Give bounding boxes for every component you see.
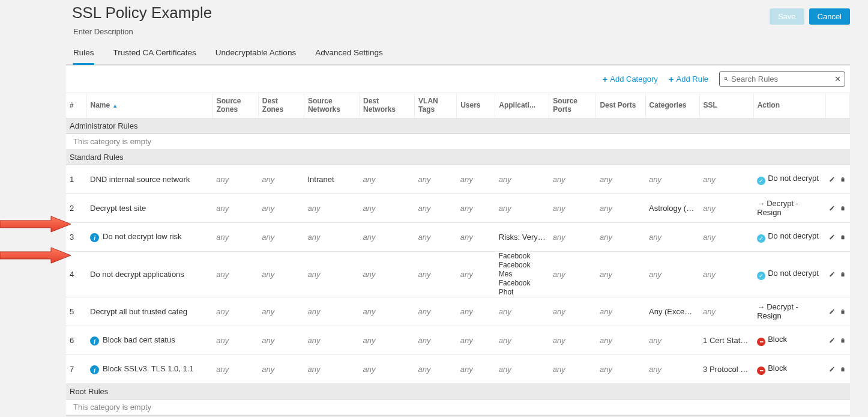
dest-nets-cell: any — [360, 355, 415, 383]
vlan-cell: any — [415, 222, 457, 251]
src-nets-cell: any — [304, 297, 359, 326]
col-name[interactable]: Name▲ — [86, 93, 212, 118]
tab-advanced-settings[interactable]: Advanced Settings — [315, 48, 383, 64]
delete-icon[interactable] — [840, 365, 846, 374]
add-category-label: Add Category — [610, 75, 658, 84]
col-users[interactable]: Users — [457, 93, 495, 118]
delete-icon[interactable] — [840, 270, 846, 279]
table-row[interactable]: 4Do not decrypt applicationsanyanyanyany… — [66, 251, 850, 297]
apps-cell: any — [495, 355, 549, 383]
rule-name: DND internal source network — [90, 175, 190, 184]
vlan-cell: any — [415, 355, 457, 383]
plus-icon: + — [602, 74, 607, 84]
vlan-cell: any — [415, 297, 457, 326]
src-ports-cell: any — [549, 222, 596, 251]
row-num: 5 — [66, 297, 86, 326]
table-row[interactable]: 3iDo not decrypt low riskanyanyanyanyany… — [66, 222, 850, 251]
section-header: Standard Rules — [66, 149, 850, 165]
src-ports-cell: any — [549, 193, 596, 222]
col-action[interactable]: Action — [753, 93, 825, 118]
row-num: 7 — [66, 355, 86, 383]
action-cell: →Decrypt - Resign — [753, 297, 825, 326]
action-cell: ✓Do not decrypt — [753, 165, 825, 193]
dest-ports-cell: any — [596, 193, 645, 222]
add-rule-button[interactable]: + Add Rule — [669, 74, 708, 84]
table-row[interactable]: 5Decrypt all but trusted categanyanyanya… — [66, 297, 850, 326]
col-src-nets[interactable]: Source Networks — [304, 93, 359, 118]
edit-icon[interactable] — [829, 307, 835, 316]
src-zones-cell: any — [212, 222, 258, 251]
col-categories[interactable]: Categories — [645, 93, 699, 118]
src-nets-cell: any — [304, 355, 359, 383]
src-nets-cell: any — [304, 251, 359, 297]
ssl-cell: any — [699, 251, 753, 297]
edit-icon[interactable] — [829, 365, 835, 374]
src-nets-cell: any — [304, 222, 359, 251]
users-cell: any — [457, 165, 495, 193]
table-row[interactable]: 6iBlock bad cert statusanyanyanyanyanyan… — [66, 326, 850, 355]
categories-cell: any — [645, 355, 699, 383]
col-src-zones[interactable]: Source Zones — [212, 93, 258, 118]
src-zones-cell: any — [212, 251, 258, 297]
block-icon: ━ — [757, 367, 765, 375]
table-row[interactable]: 1DND internal source networkanyanyIntran… — [66, 165, 850, 193]
tab-rules[interactable]: Rules — [73, 48, 94, 65]
src-ports-cell: any — [549, 165, 596, 193]
categories-cell: any — [645, 222, 699, 251]
col-ssl[interactable]: SSL — [699, 93, 753, 118]
src-zones-cell: any — [212, 355, 258, 383]
tab-undecryptable-actions[interactable]: Undecryptable Actions — [215, 48, 296, 64]
col-dest-ports[interactable]: Dest Ports — [596, 93, 645, 118]
apps-cell: any — [495, 297, 549, 326]
resign-arrow-icon: → — [757, 199, 765, 208]
col-vlan[interactable]: VLAN Tags — [415, 93, 457, 118]
save-button[interactable]: Save — [770, 8, 804, 25]
ssl-cell: any — [699, 297, 753, 326]
col-dest-zones[interactable]: Dest Zones — [258, 93, 304, 118]
table-row[interactable]: 7iBlock SSLv3. TLS 1.0, 1.1anyanyanyanya… — [66, 355, 850, 383]
users-cell: any — [457, 222, 495, 251]
check-icon: ✓ — [757, 234, 765, 243]
cancel-button[interactable]: Cancel — [809, 8, 850, 25]
tab-trusted-ca-certificates[interactable]: Trusted CA Certificates — [113, 48, 196, 64]
edit-icon[interactable] — [829, 175, 835, 184]
add-rule-label: Add Rule — [677, 75, 708, 84]
rules-table: # Name▲ Source Zones Dest Zones Source N… — [66, 93, 850, 415]
block-icon: ━ — [757, 338, 765, 346]
page-title: SSL Policy Example — [72, 4, 212, 22]
delete-icon[interactable] — [840, 336, 846, 345]
clear-search-icon[interactable]: ✕ — [834, 75, 841, 84]
action-cell: ━Block — [753, 355, 825, 383]
src-zones-cell: any — [212, 297, 258, 326]
add-category-button[interactable]: + Add Category — [602, 74, 657, 84]
description-field[interactable]: Enter Description — [72, 22, 212, 38]
rule-name: Decrypt test site — [90, 204, 146, 213]
delete-icon[interactable] — [840, 204, 846, 213]
dest-ports-cell: any — [596, 297, 645, 326]
search-input-wrapper[interactable]: ✕ — [719, 72, 845, 87]
svg-marker-0 — [0, 216, 71, 232]
edit-icon[interactable] — [829, 270, 835, 279]
edit-icon[interactable] — [829, 204, 835, 213]
col-dest-nets[interactable]: Dest Networks — [360, 93, 415, 118]
delete-icon[interactable] — [840, 175, 846, 184]
col-num[interactable]: # — [66, 93, 86, 118]
edit-icon[interactable] — [829, 336, 835, 345]
delete-icon[interactable] — [840, 233, 846, 242]
callout-arrow-1 — [0, 214, 72, 234]
categories-cell: any — [645, 251, 699, 297]
ssl-cell: any — [699, 222, 753, 251]
info-icon: i — [90, 365, 99, 374]
delete-icon[interactable] — [840, 307, 846, 316]
users-cell: any — [457, 297, 495, 326]
dest-zones-cell: any — [258, 251, 304, 297]
col-apps[interactable]: Applicati... — [495, 93, 549, 118]
section-header: Administrator Rules — [66, 118, 850, 133]
edit-icon[interactable] — [829, 233, 835, 242]
col-src-ports[interactable]: Source Ports — [549, 93, 596, 118]
apps-cell: any — [495, 193, 549, 222]
apps-cell: FacebookFacebook MesFacebook Phot — [495, 251, 549, 297]
table-row[interactable]: 2Decrypt test siteanyanyanyanyanyanyanya… — [66, 193, 850, 222]
search-input[interactable] — [729, 75, 834, 84]
ssl-cell: 1 Cert Status se — [699, 326, 753, 355]
